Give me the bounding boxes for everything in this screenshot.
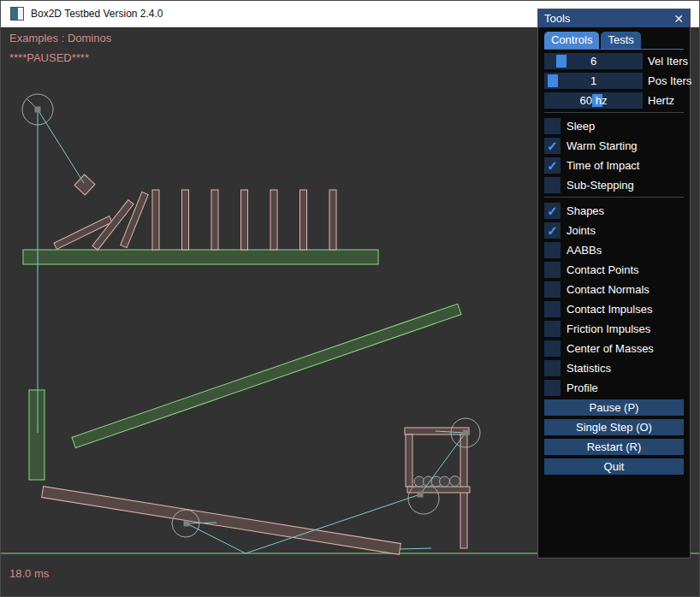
- checkbox-row-contact-impulses[interactable]: Contact Impulses: [544, 301, 684, 317]
- checkbox-row-contact-normals[interactable]: Contact Normals: [544, 281, 684, 298]
- quit-button[interactable]: Quit: [544, 458, 684, 475]
- checkbox-label: Center of Masses: [567, 342, 654, 355]
- separator: [544, 197, 684, 198]
- button-list: Pause (P)Single Step (O)Restart (R)Quit: [544, 399, 684, 475]
- checkbox-row-sleep[interactable]: Sleep: [544, 118, 684, 134]
- draw-options-group: ✓Shapes✓JointsAABBsContact PointsContact…: [544, 203, 684, 396]
- slider-label: Pos Iters: [648, 74, 691, 87]
- checkbox-label: Shapes: [567, 204, 604, 217]
- frame-time-label: 18.0 ms: [9, 567, 49, 580]
- checkmark-icon: ✓: [547, 159, 558, 172]
- slider-value: 6: [544, 53, 643, 69]
- slider-value: 1: [544, 73, 643, 89]
- standing-domino-7: [329, 190, 336, 250]
- slider-vel-iters: 6Vel Iters: [544, 53, 684, 69]
- checkbox[interactable]: ✓: [544, 138, 561, 154]
- checkbox[interactable]: [544, 177, 561, 193]
- checkbox-row-joints[interactable]: ✓Joints: [544, 222, 684, 239]
- fallen-domino-3: [121, 192, 149, 247]
- checkbox-row-time-of-impact[interactable]: ✓Time of Impact: [544, 157, 684, 174]
- checkbox-label: Contact Points: [567, 263, 639, 276]
- slider-list: 6Vel Iters1Pos Iters60 hzHertz: [544, 53, 684, 109]
- paused-label: ****PAUSED****: [9, 51, 89, 64]
- checkbox-row-warm-starting[interactable]: ✓Warm Starting: [544, 138, 684, 154]
- seesaw-plank: [42, 487, 401, 555]
- restart-button[interactable]: Restart (R): [544, 439, 684, 455]
- tools-panel-titlebar[interactable]: Tools ✕: [538, 9, 690, 27]
- checkbox-label: Contact Impulses: [567, 303, 652, 316]
- checkbox-row-aabbs[interactable]: AABBs: [544, 242, 684, 258]
- checkbox[interactable]: [544, 321, 561, 337]
- checkbox-row-contact-points[interactable]: Contact Points: [544, 262, 684, 278]
- checkbox-label: Time of Impact: [567, 159, 639, 172]
- checkbox-row-center-of-masses[interactable]: Center of Masses: [544, 340, 684, 357]
- checkbox-label: Statistics: [567, 362, 611, 375]
- checkbox[interactable]: [544, 380, 561, 396]
- checkbox-row-shapes[interactable]: ✓Shapes: [544, 203, 684, 219]
- checkbox-label: Friction Impulses: [567, 322, 650, 335]
- tab-controls[interactable]: Controls: [544, 32, 599, 49]
- app-window: Box2D Testbed Version 2.4.0 ✕ Examples :…: [0, 0, 700, 597]
- checkbox-label: AABBs: [567, 244, 602, 257]
- tools-panel-close-icon[interactable]: ✕: [673, 13, 684, 25]
- long-ramp: [72, 304, 461, 447]
- tools-panel: Tools ✕ ControlsTests 6Vel Iters1Pos Ite…: [537, 9, 691, 559]
- joint-plank-end: [400, 548, 431, 549]
- slider-value: 60 hz: [544, 92, 643, 109]
- anchor-pivot: [35, 107, 41, 113]
- checkbox[interactable]: ✓: [544, 157, 561, 174]
- standing-domino-6: [300, 190, 307, 250]
- slider-track[interactable]: 1: [544, 73, 643, 89]
- slider-track[interactable]: 6: [544, 53, 643, 69]
- separator: [544, 112, 684, 113]
- checkbox[interactable]: [544, 118, 561, 134]
- standing-domino-3: [211, 190, 218, 250]
- checkmark-icon: ✓: [547, 139, 558, 152]
- checkmark-icon: ✓: [547, 224, 558, 237]
- simulation-options-group: Sleep✓Warm Starting✓Time of ImpactSub-St…: [544, 118, 684, 193]
- single-step-button[interactable]: Single Step (O): [544, 419, 684, 435]
- checkbox-label: Contact Normals: [567, 283, 650, 296]
- joint-pendulum: [38, 109, 84, 183]
- slider-label: Hertz: [648, 94, 674, 107]
- anchor-seesaw: [184, 521, 190, 527]
- checkbox[interactable]: [544, 340, 561, 357]
- checkbox[interactable]: [544, 301, 561, 317]
- anchor-shelf: [418, 492, 424, 498]
- tab-underline: [544, 49, 684, 50]
- checkmark-icon: ✓: [547, 204, 558, 217]
- anchor-frame-top: [463, 430, 469, 436]
- frame-shelf: [407, 487, 470, 493]
- checkbox[interactable]: [544, 262, 561, 278]
- frame-left-post: [406, 434, 412, 487]
- slider-label: Vel Iters: [648, 55, 688, 68]
- tools-panel-title: Tools: [544, 12, 570, 25]
- standing-domino-4: [241, 190, 248, 250]
- tab-tests[interactable]: Tests: [601, 32, 640, 49]
- vertical-plank: [29, 390, 44, 480]
- checkbox-row-sub-stepping[interactable]: Sub-Stepping: [544, 177, 684, 193]
- shelf-ball-4: [440, 476, 450, 487]
- domino-platform: [23, 250, 378, 264]
- standing-domino-1: [152, 190, 159, 250]
- checkbox-row-friction-impulses[interactable]: Friction Impulses: [544, 321, 684, 337]
- pendulum-box: [74, 174, 95, 195]
- checkbox-label: Joints: [567, 224, 596, 237]
- standing-domino-2: [182, 190, 189, 250]
- checkbox-row-statistics[interactable]: Statistics: [544, 360, 684, 376]
- checkbox[interactable]: [544, 360, 561, 376]
- checkbox-row-profile[interactable]: Profile: [544, 380, 684, 396]
- shelf-ball-5: [450, 476, 460, 487]
- checkbox-label: Sleep: [567, 120, 595, 133]
- checkbox[interactable]: ✓: [544, 222, 561, 239]
- checkbox-label: Sub-Stepping: [567, 179, 634, 192]
- slider-hertz: 60 hzHertz: [544, 92, 684, 109]
- checkbox[interactable]: [544, 281, 561, 298]
- slider-pos-iters: 1Pos Iters: [544, 73, 684, 89]
- checkbox[interactable]: [544, 242, 561, 258]
- checkbox-label: Warm Starting: [567, 139, 638, 152]
- slider-track[interactable]: 60 hz: [544, 92, 643, 109]
- pause-button[interactable]: Pause (P): [544, 399, 684, 416]
- tab-bar: ControlsTests: [544, 32, 684, 49]
- checkbox[interactable]: ✓: [544, 203, 561, 219]
